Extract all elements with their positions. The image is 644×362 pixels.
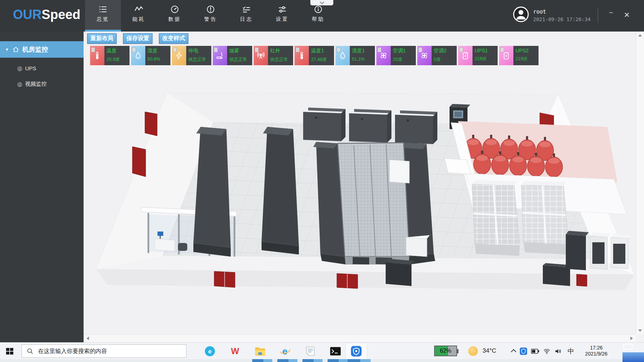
tray-window-outline-icon[interactable]	[623, 344, 633, 349]
sensor-tile-power-failure[interactable]: 停电状态正常	[172, 46, 211, 65]
tray-battery[interactable]	[530, 343, 541, 359]
app-internet-explorer[interactable]: e	[274, 343, 296, 359]
bullseye-icon: ◎	[17, 81, 22, 87]
scroll-left-arrow-icon[interactable]	[86, 337, 89, 340]
avatar[interactable]	[513, 6, 529, 24]
minimize-button[interactable]: −	[606, 9, 616, 21]
chevron-down-icon	[320, 0, 324, 4]
sensor-label: 湿度	[147, 48, 170, 54]
change-style-button[interactable]: 改变样式	[159, 33, 188, 44]
toolbar: 重新布局 保存设置 改变样式	[87, 33, 188, 44]
sensor-tile-humidity[interactable]: 湿度50.6%	[131, 46, 170, 65]
battery-rack	[521, 181, 569, 254]
app-monitor-shield[interactable]	[345, 343, 367, 359]
tab-data[interactable]: 数据	[157, 0, 193, 32]
sidebar-item-room-monitoring[interactable]: ▼ 机房监控	[0, 41, 84, 58]
sensor-tile-smoke[interactable]: 烟雾状态正常	[213, 46, 252, 65]
tab-overview[interactable]: 总览	[85, 0, 121, 32]
sidebar-item-video-monitoring[interactable]: ◎ 视频监控	[0, 78, 84, 90]
sensor-tile-ac1[interactable]: 空调125度	[376, 46, 416, 65]
sensor-tile-ac2[interactable]: 空调20度	[417, 46, 457, 65]
monitor-app-shield-icon	[351, 346, 362, 357]
tray-expand-chevron-icon[interactable]	[511, 349, 517, 355]
tab-energy[interactable]: 能耗	[121, 0, 157, 32]
sensor-tile-humidity1[interactable]: 湿度151.1%	[335, 46, 375, 65]
shield-icon	[520, 347, 527, 355]
battery-rack	[472, 180, 520, 256]
tab-settings[interactable]: 设置	[264, 0, 300, 32]
relayout-button[interactable]: 重新布局	[87, 33, 117, 44]
running-app-indicator	[328, 359, 348, 362]
datacenter-3d-view[interactable]	[86, 88, 635, 292]
start-button[interactable]	[0, 343, 19, 359]
tray-time: 17:26	[578, 345, 614, 351]
taskbar-bottom-strip	[0, 359, 644, 362]
scroll-down-arrow-icon[interactable]	[638, 329, 642, 332]
infrared-icon	[254, 46, 268, 65]
tray-date: 2021/9/26	[578, 351, 614, 357]
running-app-indicator	[277, 359, 297, 362]
running-app-indicator	[348, 359, 371, 362]
ime-indicator[interactable]: 中	[568, 347, 574, 356]
weather-temp[interactable]: 34°C	[483, 347, 496, 354]
sensor-status-bar: 温度25.9度 湿度50.6% 停电状态正常 烟雾状态正常	[90, 46, 539, 65]
notepad-icon	[306, 346, 315, 356]
sidebar-item-ups[interactable]: ◎ UPS	[0, 62, 84, 74]
svg-text:e: e	[282, 346, 287, 357]
speed-browser-icon: e	[205, 346, 215, 357]
thermometer-icon	[90, 46, 104, 65]
sensor-label: 空调1	[393, 48, 416, 54]
search-icon	[27, 348, 34, 355]
sensor-tile-temperature1[interactable]: 温度127.48度	[295, 46, 334, 65]
app-wps[interactable]: W	[224, 343, 246, 359]
smoke-icon	[213, 46, 227, 65]
sidebar: ▼ 机房监控 ◎ UPS ◎ 视频监控	[0, 32, 84, 342]
tray-wifi[interactable]	[541, 343, 553, 359]
tab-label: 警告	[193, 16, 229, 23]
scroll-right-arrow-icon[interactable]	[630, 337, 633, 340]
sensor-value: 51.1%	[352, 57, 375, 62]
corner-popup-window[interactable]	[622, 352, 644, 362]
sensor-tile-infrared[interactable]: 红外状态正常	[254, 46, 293, 65]
user-name: root	[533, 9, 546, 15]
sensor-tile-ups2[interactable]: UPS2219伏	[499, 46, 539, 65]
sensor-label: 停电	[188, 48, 211, 54]
scroll-up-arrow-icon[interactable]	[638, 34, 642, 37]
windows-taskbar: e W e 62% 34°C	[0, 342, 644, 359]
svg-text:W: W	[231, 346, 239, 356]
bolt-icon	[172, 46, 186, 65]
weather-sun-icon[interactable]	[468, 346, 478, 356]
battery-percent: 62%	[435, 348, 456, 354]
sensor-tile-ups1[interactable]: UPS1219伏	[458, 46, 498, 65]
close-button[interactable]: ×	[621, 9, 633, 21]
running-app-indicator	[302, 359, 323, 362]
horizontal-scrollbar[interactable]	[84, 334, 636, 342]
ups-battery-icon	[499, 46, 513, 65]
terminal-icon	[330, 347, 341, 356]
save-settings-button[interactable]: 保存设置	[123, 33, 152, 44]
app-terminal[interactable]	[325, 343, 346, 359]
app-notepad[interactable]	[300, 343, 321, 359]
sensor-value: 219伏	[475, 56, 498, 62]
ups-battery-icon	[458, 46, 473, 65]
header-collapse-tab[interactable]	[310, 0, 333, 5]
sensor-tile-temperature[interactable]: 温度25.9度	[90, 46, 130, 65]
app-file-explorer[interactable]	[249, 343, 271, 359]
windows-logo-icon	[6, 347, 14, 355]
tab-alerts[interactable]: 警告	[193, 0, 229, 32]
search-input[interactable]	[37, 348, 174, 355]
sensor-label: 温度1	[311, 48, 334, 54]
vertical-scrollbar[interactable]	[636, 32, 644, 334]
tray-clock[interactable]: 17:26 2021/9/26	[578, 345, 614, 357]
tray-speaker[interactable]	[553, 343, 564, 359]
battery-widget[interactable]: 62%	[434, 346, 457, 356]
help-info-icon	[300, 5, 336, 15]
sensor-value: 25度	[393, 57, 416, 63]
expand-arrow-icon: ▼	[5, 47, 9, 52]
tab-logs[interactable]: 日志	[229, 0, 264, 32]
tray-shield[interactable]	[517, 343, 530, 359]
fan-icon	[376, 46, 391, 65]
app-speed-browser[interactable]: e	[199, 343, 221, 359]
sensor-value: 状态正常	[188, 57, 211, 63]
taskbar-search[interactable]	[22, 344, 187, 358]
